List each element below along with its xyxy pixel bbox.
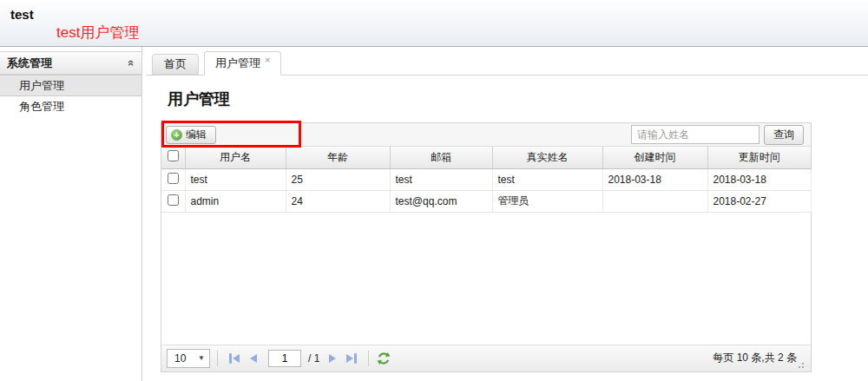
column-header-realname[interactable]: 真实姓名 [492, 147, 602, 168]
last-page-button[interactable] [342, 349, 361, 368]
cell-updated: 2018-03-18 [707, 168, 811, 190]
tab-home-label: 首页 [164, 56, 187, 72]
datagrid-toolbar: + 编辑 查询 [161, 123, 811, 147]
column-header-age[interactable]: 年龄 [286, 147, 390, 168]
close-icon[interactable]: × [265, 55, 270, 65]
column-header-username[interactable]: 用户名 [185, 147, 286, 168]
grid-empty-area [161, 213, 811, 345]
table-header-row: 用户名 年龄 邮箱 真实姓名 创建时间 更新时间 [161, 147, 811, 168]
page-number-input[interactable] [268, 350, 301, 367]
column-header-email[interactable]: 邮箱 [390, 147, 492, 168]
add-icon: + [171, 129, 182, 141]
edit-button[interactable]: + 编辑 [166, 126, 216, 144]
page-size-select[interactable]: 10 ▼ [167, 349, 210, 368]
accordion-header-system-management[interactable]: 系统管理 « [0, 51, 141, 75]
cell-created: 2018-03-18 [602, 168, 707, 190]
tab-home[interactable]: 首页 [152, 54, 199, 75]
row-checkbox[interactable] [168, 173, 179, 184]
sidebar: 系统管理 « 用户管理 角色管理 [0, 47, 142, 381]
column-header-created[interactable]: 创建时间 [602, 147, 707, 168]
cell-username: admin [185, 190, 286, 212]
caret-down-icon: ▼ [198, 354, 205, 362]
cell-username: test [185, 168, 286, 190]
query-button[interactable]: 查询 [764, 125, 804, 145]
cell-realname: 管理员 [492, 190, 602, 212]
user-table: 用户名 年龄 邮箱 真实姓名 创建时间 更新时间 test [161, 147, 812, 213]
divider [217, 351, 218, 366]
cell-realname: test [492, 168, 602, 190]
page-size-value: 10 [174, 352, 186, 365]
refresh-icon[interactable] [376, 351, 391, 366]
datagrid-panel: + 编辑 查询 [161, 122, 812, 372]
accordion-title: 系统管理 [7, 56, 52, 71]
app-window: test test用户管理 系统管理 « 用户管理 角色管理 首页 用户管理 × [0, 0, 868, 381]
search-input[interactable] [631, 125, 760, 144]
first-page-button[interactable] [225, 349, 244, 368]
cell-email: test [390, 168, 492, 190]
page-subtitle: test用户管理 [56, 23, 139, 43]
select-all-checkbox[interactable] [168, 150, 179, 161]
tab-content: 用户管理 + 编辑 查询 [146, 89, 868, 372]
row-checkbox[interactable] [168, 194, 179, 206]
page-title: 用户管理 [168, 89, 868, 109]
tab-user-management-label: 用户管理 [215, 56, 260, 71]
next-page-button[interactable] [323, 349, 342, 368]
cell-created [602, 190, 707, 212]
resize-grip [802, 366, 804, 368]
page-total-label: / 1 [308, 352, 319, 365]
cell-age: 25 [286, 168, 390, 190]
table-row[interactable]: test 25 test test 2018-03-18 2018-03-18 [161, 168, 811, 190]
pager-summary: 每页 10 条,共 2 条 [713, 351, 800, 365]
main-panel: 首页 用户管理 × 用户管理 + 编辑 [146, 47, 868, 381]
cell-age: 24 [286, 190, 390, 212]
table-row[interactable]: admin 24 test@qq.com 管理员 2018-02-27 [161, 190, 811, 212]
pagination-bar: 10 ▼ / 1 [161, 345, 811, 371]
sidebar-item-user-management[interactable]: 用户管理 [0, 75, 141, 96]
tab-bar: 首页 用户管理 × [146, 47, 868, 76]
top-header: test test用户管理 [0, 0, 868, 47]
collapse-icon[interactable]: « [126, 60, 137, 66]
cell-updated: 2018-02-27 [707, 190, 811, 212]
prev-page-button[interactable] [244, 349, 263, 368]
divider [368, 351, 369, 366]
sidebar-item-role-management[interactable]: 角色管理 [0, 96, 141, 118]
tab-user-management[interactable]: 用户管理 × [204, 51, 281, 76]
column-header-updated[interactable]: 更新时间 [707, 147, 811, 168]
cell-email: test@qq.com [390, 190, 492, 212]
edit-button-label: 编辑 [186, 128, 207, 142]
brand-logo: test [10, 7, 34, 22]
